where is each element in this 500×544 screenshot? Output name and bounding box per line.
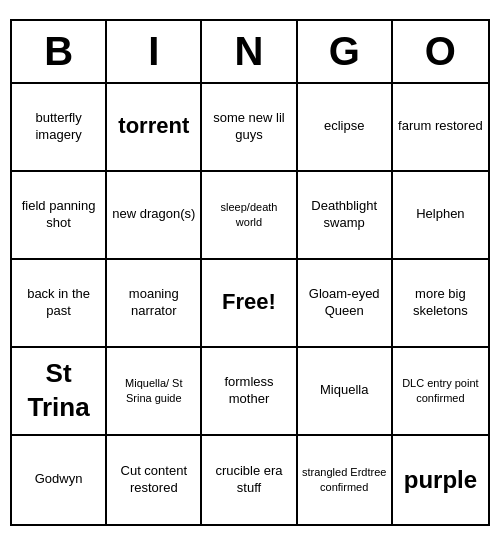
cell-17[interactable]: formless mother	[202, 348, 297, 436]
header-i: I	[107, 21, 202, 82]
cell-0[interactable]: butterfly imagery	[12, 84, 107, 172]
cell-8[interactable]: Deathblight swamp	[298, 172, 393, 260]
cell-7[interactable]: sleep/death world	[202, 172, 297, 260]
cell-10[interactable]: back in the past	[12, 260, 107, 348]
cell-6[interactable]: new dragon(s)	[107, 172, 202, 260]
bingo-card: B I N G O butterfly imagery torrent some…	[10, 19, 490, 526]
cell-18[interactable]: Miquella	[298, 348, 393, 436]
cell-3[interactable]: eclipse	[298, 84, 393, 172]
header-b: B	[12, 21, 107, 82]
cell-19[interactable]: DLC entry point confirmed	[393, 348, 488, 436]
cell-24-purple[interactable]: purple	[393, 436, 488, 524]
header-g: G	[298, 21, 393, 82]
cell-21[interactable]: Cut content restored	[107, 436, 202, 524]
cell-14[interactable]: more big skeletons	[393, 260, 488, 348]
cell-12-free[interactable]: Free!	[202, 260, 297, 348]
cell-13[interactable]: Gloam-eyed Queen	[298, 260, 393, 348]
cell-11[interactable]: moaning narrator	[107, 260, 202, 348]
cell-1[interactable]: torrent	[107, 84, 202, 172]
cell-15[interactable]: St Trina	[12, 348, 107, 436]
cell-22[interactable]: crucible era stuff	[202, 436, 297, 524]
cell-2[interactable]: some new lil guys	[202, 84, 297, 172]
bingo-header: B I N G O	[12, 21, 488, 84]
cell-23[interactable]: strangled Erdtree confirmed	[298, 436, 393, 524]
bingo-grid: butterfly imagery torrent some new lil g…	[12, 84, 488, 524]
header-n: N	[202, 21, 297, 82]
cell-5[interactable]: field panning shot	[12, 172, 107, 260]
cell-4[interactable]: farum restored	[393, 84, 488, 172]
header-o: O	[393, 21, 488, 82]
cell-9[interactable]: Helphen	[393, 172, 488, 260]
cell-20[interactable]: Godwyn	[12, 436, 107, 524]
cell-16[interactable]: Miquella/ St Srina guide	[107, 348, 202, 436]
